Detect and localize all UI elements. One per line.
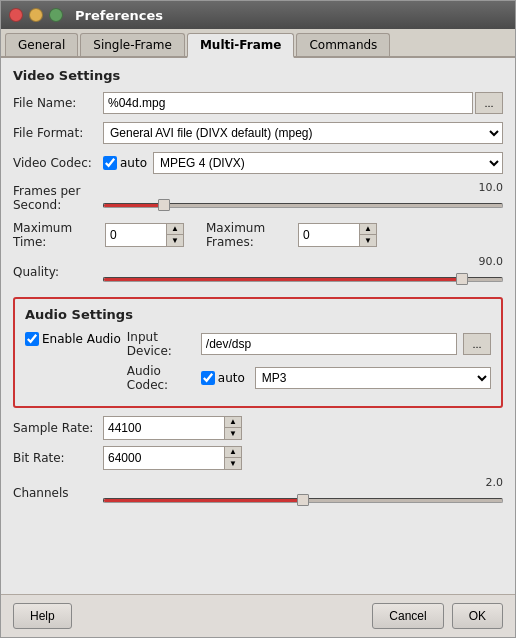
- video-codec-label: Video Codec:: [13, 156, 103, 170]
- channels-label: Channels: [13, 486, 103, 500]
- video-codec-auto-text: auto: [120, 156, 147, 170]
- file-name-row: File Name: ...: [13, 91, 503, 115]
- max-row: Maximum Time: ▲ ▼ Maximum Frames: ▲ ▼: [13, 221, 503, 249]
- audio-codec-label: Audio Codec:: [127, 364, 197, 392]
- bit-rate-spinbox: ▲ ▼: [103, 446, 242, 470]
- cancel-button[interactable]: Cancel: [372, 603, 443, 629]
- main-content: Video Settings File Name: ... File Forma…: [1, 58, 515, 594]
- input-device-label: Input Device:: [127, 330, 197, 358]
- file-format-select[interactable]: General AVI file (DIVX default) (mpeg): [103, 122, 503, 144]
- max-time-spinbox: ▲ ▼: [105, 223, 184, 247]
- max-time-spinner-buttons: ▲ ▼: [166, 224, 183, 246]
- help-button[interactable]: Help: [13, 603, 72, 629]
- channels-slider-fill: [104, 499, 303, 502]
- bit-rate-input[interactable]: [104, 447, 224, 469]
- maximize-button[interactable]: [49, 8, 63, 22]
- sample-rate-spinner-buttons: ▲ ▼: [224, 417, 241, 439]
- enable-audio-check: Enable Audio: [25, 332, 121, 346]
- audio-settings-section: Audio Settings Enable Audio Input Device…: [13, 297, 503, 408]
- max-frames-down-button[interactable]: ▼: [360, 235, 376, 246]
- input-device-browse-button[interactable]: ...: [463, 333, 491, 355]
- minimize-button[interactable]: [29, 8, 43, 22]
- bit-rate-spinner-buttons: ▲ ▼: [224, 447, 241, 469]
- max-time-up-button[interactable]: ▲: [167, 224, 183, 235]
- titlebar: Preferences: [1, 1, 515, 29]
- video-settings-title: Video Settings: [13, 68, 503, 83]
- ok-button[interactable]: OK: [452, 603, 503, 629]
- input-device-row: Input Device: ...: [127, 330, 491, 358]
- video-codec-select[interactable]: MPEG 4 (DIVX): [153, 152, 503, 174]
- channels-slider-thumb[interactable]: [297, 494, 309, 506]
- channels-value: 2.0: [103, 476, 503, 489]
- max-time-down-button[interactable]: ▼: [167, 235, 183, 246]
- sample-rate-input[interactable]: [104, 417, 224, 439]
- sample-rate-up-button[interactable]: ▲: [225, 417, 241, 428]
- sample-rate-down-button[interactable]: ▼: [225, 428, 241, 439]
- bit-rate-up-button[interactable]: ▲: [225, 447, 241, 458]
- audio-settings-title: Audio Settings: [25, 307, 491, 322]
- bit-rate-label: Bit Rate:: [13, 451, 103, 465]
- close-button[interactable]: [9, 8, 23, 22]
- audio-codec-row: Audio Codec: auto MP3: [127, 364, 491, 392]
- audio-enable-row: Enable Audio Input Device: ... Audio Cod…: [25, 330, 491, 398]
- fps-value: 10.0: [103, 181, 503, 194]
- tab-multi-frame[interactable]: Multi-Frame: [187, 33, 295, 58]
- quality-value: 90.0: [103, 255, 503, 268]
- tab-bar: General Single-Frame Multi-Frame Command…: [1, 29, 515, 58]
- sample-rate-label: Sample Rate:: [13, 421, 103, 435]
- max-frames-label: Maximum Frames:: [206, 221, 286, 249]
- tab-general[interactable]: General: [5, 33, 78, 56]
- max-time-input[interactable]: [106, 224, 166, 246]
- fps-slider-track: [103, 203, 503, 208]
- max-frames-spinbox: ▲ ▼: [298, 223, 377, 247]
- bit-rate-down-button[interactable]: ▼: [225, 458, 241, 469]
- max-frames-up-button[interactable]: ▲: [360, 224, 376, 235]
- footer: Help Cancel OK: [1, 594, 515, 637]
- video-codec-row: Video Codec: auto MPEG 4 (DIVX): [13, 151, 503, 175]
- quality-slider-thumb[interactable]: [456, 273, 468, 285]
- fps-slider-container: [103, 195, 503, 215]
- enable-audio-checkbox[interactable]: [25, 332, 39, 346]
- file-name-browse-button[interactable]: ...: [475, 92, 503, 114]
- fps-slider-thumb[interactable]: [158, 199, 170, 211]
- channels-row: Channels 2.0: [13, 476, 503, 510]
- file-name-label: File Name:: [13, 96, 103, 110]
- fps-label: Frames per Second:: [13, 184, 103, 212]
- video-codec-auto-label: auto: [103, 156, 147, 170]
- file-name-input[interactable]: [103, 92, 473, 114]
- max-frames-spinner-buttons: ▲ ▼: [359, 224, 376, 246]
- sample-rate-spinbox: ▲ ▼: [103, 416, 242, 440]
- fps-slider-fill: [104, 204, 164, 207]
- quality-slider-track: [103, 277, 503, 282]
- channels-slider-container: [103, 490, 503, 510]
- quality-row: Quality: 90.0: [13, 255, 503, 289]
- audio-codec-select[interactable]: MP3: [255, 367, 491, 389]
- quality-label: Quality:: [13, 265, 103, 279]
- input-device-input[interactable]: [201, 333, 457, 355]
- quality-slider-fill: [104, 278, 462, 281]
- tab-single-frame[interactable]: Single-Frame: [80, 33, 185, 56]
- tab-commands[interactable]: Commands: [296, 33, 390, 56]
- max-time-label: Maximum Time:: [13, 221, 93, 249]
- video-codec-auto-checkbox[interactable]: [103, 156, 117, 170]
- audio-fields: Input Device: ... Audio Codec: auto MP3: [127, 330, 491, 398]
- channels-slider-track: [103, 498, 503, 503]
- sample-rate-row: Sample Rate: ▲ ▼: [13, 416, 503, 440]
- file-format-row: File Format: General AVI file (DIVX defa…: [13, 121, 503, 145]
- audio-codec-auto-checkbox[interactable]: [201, 371, 215, 385]
- preferences-window: Preferences General Single-Frame Multi-F…: [0, 0, 516, 638]
- window-title: Preferences: [75, 8, 163, 23]
- audio-codec-auto-label: auto: [201, 371, 245, 385]
- bit-rate-row: Bit Rate: ▲ ▼: [13, 446, 503, 470]
- fps-row: Frames per Second: 10.0: [13, 181, 503, 215]
- max-frames-input[interactable]: [299, 224, 359, 246]
- audio-codec-auto-text: auto: [218, 371, 245, 385]
- enable-audio-label: Enable Audio: [42, 332, 121, 346]
- quality-slider-container: [103, 269, 503, 289]
- file-format-label: File Format:: [13, 126, 103, 140]
